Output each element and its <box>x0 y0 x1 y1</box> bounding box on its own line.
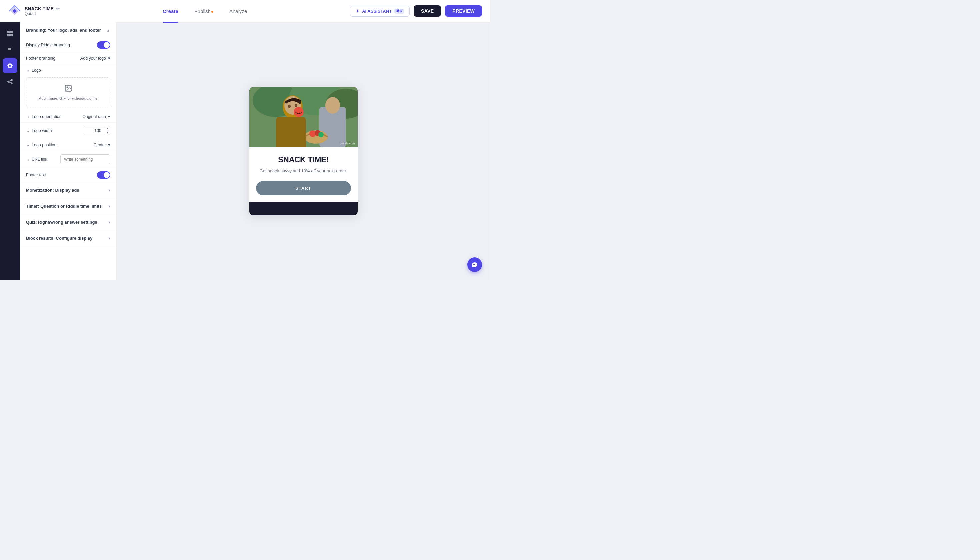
display-riddle-label: Display Riddle branding <box>26 43 70 47</box>
quiz-body: SNACK TIME! Get snack-savvy and 10% off … <box>249 147 358 202</box>
logo-orientation-row: ↳ Logo orientation Original ratio ▾ <box>20 111 116 123</box>
ai-sparkle-icon: ✦ <box>356 9 359 14</box>
svg-rect-1 <box>10 31 13 33</box>
footer-text-label: Footer text <box>26 173 46 177</box>
block-results-chevron-icon: ▾ <box>108 236 110 241</box>
publish-dot <box>211 11 213 13</box>
url-link-row: ↳ URL link <box>20 151 116 168</box>
block-results-label: Block results: Configure display <box>26 236 92 241</box>
timer-header[interactable]: Timer: Question or Riddle time limits ▾ <box>20 198 116 214</box>
svg-point-5 <box>67 87 68 88</box>
logo-upload-box[interactable]: Add image, GIF, or video/audio file <box>26 77 110 107</box>
logo-position-label: ↳ Logo position <box>26 142 56 147</box>
branding-chevron-up-icon: ▲ <box>106 28 110 33</box>
monetization-label: Monetization: Display ads <box>26 188 79 193</box>
timer-chevron-icon: ▾ <box>108 204 110 209</box>
footer-text-row: Footer text <box>20 168 116 182</box>
timer-label: Timer: Question or Riddle time limits <box>26 204 102 209</box>
save-button[interactable]: SAVE <box>414 5 441 17</box>
url-link-label: ↳ URL link <box>26 157 47 162</box>
logo-width-row: ↳ Logo width ▲ ▼ <box>20 123 116 139</box>
orientation-chevron-icon: ▾ <box>108 114 110 119</box>
footer-branding-chevron-icon: ▾ <box>108 56 110 61</box>
nav-publish[interactable]: Publish <box>194 7 213 15</box>
display-riddle-toggle[interactable] <box>97 41 110 49</box>
pexels-badge: pexels.com <box>340 142 355 145</box>
monetization-header[interactable]: Monetization: Display ads ▾ <box>20 182 116 198</box>
block-results-header[interactable]: Block results: Configure display ▾ <box>20 230 116 246</box>
quiz-hero-image: pexels.com <box>249 87 358 147</box>
svg-point-11 <box>325 97 340 114</box>
footer-text-toggle[interactable] <box>97 171 110 179</box>
preview-area: pexels.com SNACK TIME! Get snack-savvy a… <box>117 22 490 280</box>
spinner-up-button[interactable]: ▲ <box>104 126 110 131</box>
edit-icon[interactable]: ✏ <box>56 6 60 11</box>
svg-rect-0 <box>7 31 10 33</box>
branding-section-header[interactable]: Branding: Your logo, ads, and footer ▲ <box>20 22 116 38</box>
icon-rail <box>0 22 20 280</box>
chat-support-button[interactable] <box>467 257 482 272</box>
logo-position-value[interactable]: Center ▾ <box>93 142 110 147</box>
ai-shortcut-badge: ⌘K <box>394 9 404 14</box>
nav-right: ✦ AI ASSISTANT ⌘K SAVE PREVIEW <box>350 5 482 17</box>
monetization-chevron-icon: ▾ <box>108 188 110 193</box>
url-link-input[interactable] <box>60 154 110 164</box>
logo-label: Logo <box>32 68 41 73</box>
logo-position-row: ↳ Logo position Center ▾ <box>20 139 116 151</box>
svg-rect-2 <box>7 34 10 36</box>
svg-rect-17 <box>276 117 306 147</box>
quiz-start-button[interactable]: START <box>256 181 351 195</box>
rail-grid[interactable] <box>3 26 17 41</box>
rail-share[interactable] <box>3 74 17 89</box>
rail-gear[interactable] <box>3 58 17 73</box>
quiz-title: SNACK TIME! <box>256 155 351 164</box>
display-riddle-row: Display Riddle branding <box>20 38 116 52</box>
project-title: SNACK TIME ✏ <box>25 6 60 11</box>
info-icon[interactable]: ℹ <box>34 11 36 16</box>
logo-width-input[interactable] <box>84 126 104 135</box>
footer-branding-label: Footer branding <box>26 56 55 61</box>
logo-area: SNACK TIME ✏ Quiz ℹ <box>8 4 60 18</box>
url-indent-icon: ↳ <box>26 157 30 162</box>
position-chevron-icon: ▾ <box>108 142 110 147</box>
nav-center: Create Publish Analyze <box>66 7 343 15</box>
upload-icon <box>64 84 72 94</box>
svg-rect-3 <box>10 34 13 36</box>
logo-indent-icon: ↳ <box>26 68 30 73</box>
number-spinners: ▲ ▼ <box>104 126 110 135</box>
quiz-settings-header[interactable]: Quiz: Right/wrong answer settings ▾ <box>20 214 116 230</box>
upload-label: Add image, GIF, or video/audio file <box>39 96 98 100</box>
svg-point-20 <box>295 104 297 107</box>
spinner-down-button[interactable]: ▼ <box>104 131 110 135</box>
footer-branding-value[interactable]: Add your logo ▾ <box>80 56 110 61</box>
branding-header-label: Branding: Your logo, ads, and footer <box>26 28 101 33</box>
logo-width-input-wrap: ▲ ▼ <box>84 126 110 135</box>
quiz-settings-chevron-icon: ▾ <box>108 220 110 225</box>
rail-flag[interactable] <box>3 42 17 57</box>
settings-panel: Branding: Your logo, ads, and footer ▲ D… <box>20 22 117 280</box>
main-area: Branding: Your logo, ads, and footer ▲ D… <box>0 22 490 280</box>
topnav: SNACK TIME ✏ Quiz ℹ Create Publish Analy… <box>0 0 490 22</box>
quiz-footer <box>249 202 358 215</box>
nav-create[interactable]: Create <box>163 7 178 15</box>
logo-orientation-value[interactable]: Original ratio ▾ <box>82 114 110 119</box>
logo-label-row: ↳ Logo <box>20 64 116 74</box>
app-logo-icon <box>8 4 21 18</box>
logo-width-label: ↳ Logo width <box>26 128 52 133</box>
quiz-subtitle: Get snack-savvy and 10% off your next or… <box>256 168 351 174</box>
ai-assistant-button[interactable]: ✦ AI ASSISTANT ⌘K <box>350 6 410 17</box>
nav-analyze[interactable]: Analyze <box>229 7 247 15</box>
title-area: SNACK TIME ✏ Quiz ℹ <box>25 6 60 16</box>
svg-point-15 <box>318 132 324 137</box>
preview-button[interactable]: PREVIEW <box>445 5 482 17</box>
svg-point-19 <box>288 105 291 108</box>
orientation-indent-icon: ↳ <box>26 114 30 119</box>
project-subtitle: Quiz ℹ <box>25 11 60 16</box>
quiz-card: pexels.com SNACK TIME! Get snack-savvy a… <box>249 87 358 215</box>
quiz-settings-label: Quiz: Right/wrong answer settings <box>26 220 97 225</box>
svg-point-21 <box>294 107 304 117</box>
width-indent-icon: ↳ <box>26 128 30 133</box>
logo-orientation-label: ↳ Logo orientation <box>26 114 62 119</box>
position-indent-icon: ↳ <box>26 142 30 147</box>
footer-branding-row: Footer branding Add your logo ▾ <box>20 52 116 64</box>
